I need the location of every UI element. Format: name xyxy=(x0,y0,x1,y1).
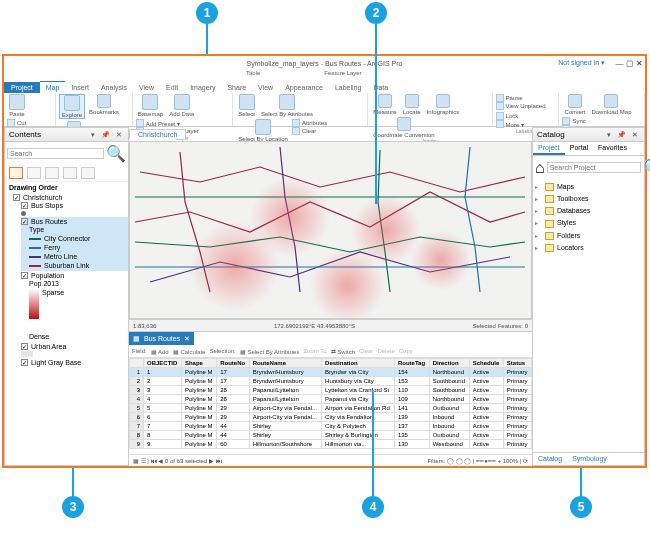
attribute-table-pane: ▦ Bus Routes ✕ Field: ▦ Add ▦ Calculate … xyxy=(129,331,532,466)
list-by-editing[interactable] xyxy=(63,167,77,179)
callout-1: 1 xyxy=(196,2,218,24)
route-city-connector: City Connector xyxy=(29,234,128,243)
layer-population: ✓Population Pop 2013 SparseDense xyxy=(21,271,128,342)
contents-search[interactable] xyxy=(7,148,104,159)
catalog-tab-favorites[interactable]: Favorites xyxy=(593,142,632,155)
catalog-styles: Styles xyxy=(535,217,642,229)
tab-view[interactable]: View xyxy=(133,82,160,93)
table-row[interactable]: 44Polyline M28Papanui/LytteltonPapanui v… xyxy=(130,395,532,404)
footer-symbology-tab[interactable]: Symbology xyxy=(567,453,612,465)
tab-analysis[interactable]: Analysis xyxy=(95,82,133,93)
ribbon-group-clipboard: Paste Cut Copy Copy Path Clipboard xyxy=(4,93,56,126)
table-row[interactable]: 33Polyline M28Papanui/LytteltonLyttelton… xyxy=(130,386,532,395)
ribbon: Paste Cut Copy Copy Path Clipboard Explo… xyxy=(4,93,645,127)
catalog-tab-project[interactable]: Project xyxy=(533,142,565,155)
contents-pane: Contents▾ 📌 ✕ 🔍 Drawing Order ✓Christchu… xyxy=(4,127,129,466)
map-status-bar: 1:83,636 172.6902192°E 43.4953880°S Sele… xyxy=(129,319,532,331)
list-by-source[interactable] xyxy=(27,167,41,179)
add-preset-button[interactable]: Add Preset ▾ xyxy=(136,119,199,127)
signin-link[interactable]: Not signed in ▾ xyxy=(558,59,605,67)
window-controls[interactable]: — ▢ ✕ xyxy=(616,59,643,68)
select-by-attr-button[interactable]: Select By Attributes xyxy=(259,94,315,117)
locate-button[interactable]: Locate xyxy=(401,94,423,115)
footer-catalog-tab[interactable]: Catalog xyxy=(533,453,567,465)
catalog-pane: Catalog▾ 📌 ✕ Project Portal Favorites ⌂🔍… xyxy=(532,127,645,466)
attribute-table[interactable]: OBJECTIDShapeRouteNoRouteNameDestination… xyxy=(129,358,532,449)
drawing-order-label: Drawing Order xyxy=(5,182,128,193)
callout-line-2 xyxy=(375,24,377,204)
toc-tree[interactable]: ✓Christchurch ✓Bus Stops ✓Bus Routes Typ… xyxy=(5,193,128,465)
center-pane: Christchurch xyxy=(129,127,532,466)
tab-appearance[interactable]: Appearance xyxy=(279,82,329,93)
tbl-switch[interactable]: ⇄ Switch xyxy=(331,348,355,355)
window-title: Symbolize_map_layers - Bus Routes - ArcG… xyxy=(246,60,402,67)
ribbon-group-inquiry: Measure Locate Infographics Coordinate C… xyxy=(368,93,492,126)
map-scale[interactable]: 1:83,636 xyxy=(133,323,156,329)
callout-line-4 xyxy=(372,392,374,496)
home-icon[interactable]: ⌂ xyxy=(535,159,545,177)
select-button[interactable]: Select xyxy=(236,94,257,117)
tab-table-view[interactable]: View xyxy=(252,82,279,93)
basemap-button[interactable]: Basemap xyxy=(136,94,165,117)
map-view-tabs: Christchurch xyxy=(129,127,532,141)
catalog-tree[interactable]: Maps Toolboxes Databases Styles Folders … xyxy=(533,179,644,256)
tab-imagery[interactable]: Imagery xyxy=(184,82,221,93)
attributes-button[interactable]: Attributes xyxy=(292,119,327,127)
tab-share[interactable]: Share xyxy=(221,82,252,93)
paste-button[interactable]: Paste xyxy=(7,94,27,117)
download-map-button[interactable]: Download Map xyxy=(589,94,633,115)
field-calculate[interactable]: ▦ Calculate xyxy=(173,348,206,355)
tab-insert[interactable]: Insert xyxy=(65,82,95,93)
catalog-footer-tabs: Catalog Symbology xyxy=(533,452,644,465)
tab-edit[interactable]: Edit xyxy=(160,82,184,93)
layer-urban: ✓Urban Area xyxy=(21,342,128,358)
catalog-maps: Maps xyxy=(535,181,642,193)
tbl-sel-by-attr[interactable]: ▦ Select By Attributes xyxy=(240,348,300,355)
map-view[interactable] xyxy=(129,141,532,319)
catalog-tab-portal[interactable]: Portal xyxy=(565,142,593,155)
search-icon[interactable]: 🔍 xyxy=(106,144,126,163)
field-add[interactable]: ▦ Add xyxy=(151,348,169,355)
pane-controls[interactable]: ▾ 📌 ✕ xyxy=(91,131,124,139)
table-row[interactable]: 66Polyline M29Airport-City via Fendal...… xyxy=(130,413,532,422)
list-by-drawing-order[interactable] xyxy=(9,167,23,179)
table-row[interactable]: 77Polyline M44ShirleyCity & Polytech137I… xyxy=(130,422,532,431)
callout-5: 5 xyxy=(570,496,592,518)
list-by-snapping[interactable] xyxy=(81,167,95,179)
tbl-copy: Copy xyxy=(399,348,413,354)
ribbon-tabs: Project Map Insert Analysis View Edit Im… xyxy=(4,80,645,93)
search-icon[interactable]: 🔍 xyxy=(643,158,650,177)
callout-2: 2 xyxy=(365,2,387,24)
tab-labeling[interactable]: Labeling xyxy=(329,82,367,93)
table-footer: ▦ ☰ | ⏮ ◀ 0 of 63 selected ▶ ⏭ Filters: … xyxy=(129,454,532,466)
explore-button[interactable]: Explore xyxy=(59,94,85,119)
callout-4: 4 xyxy=(362,496,384,518)
tab-map[interactable]: Map xyxy=(40,81,66,93)
tab-project[interactable]: Project xyxy=(4,82,40,93)
map-frame: ✓Christchurch ✓Bus Stops ✓Bus Routes Typ… xyxy=(13,193,128,368)
catalog-controls[interactable]: ▾ 📌 ✕ xyxy=(607,131,640,139)
work-area: Contents▾ 📌 ✕ 🔍 Drawing Order ✓Christchu… xyxy=(4,127,645,466)
cut-button[interactable]: Cut xyxy=(7,119,45,127)
table-row[interactable]: 55Polyline M29Airport-City via Fendal...… xyxy=(130,404,532,413)
table-tab[interactable]: ▦ Bus Routes ✕ xyxy=(129,332,194,345)
table-row[interactable]: 99Polyline M60Hillmorton/SouthshoreHillm… xyxy=(130,440,532,449)
table-row[interactable]: 88Polyline M44ShirleyShirley & Burlingto… xyxy=(130,431,532,440)
catalog-search[interactable] xyxy=(547,162,641,173)
layer-basemap: ✓Light Gray Base xyxy=(21,358,128,367)
bookmarks-button[interactable]: Bookmarks xyxy=(87,94,121,115)
view-unplaced-button[interactable]: View Unplaced xyxy=(496,102,546,110)
sync-button[interactable]: Sync xyxy=(562,117,594,125)
pause-button[interactable]: Pause xyxy=(496,94,546,102)
table-row[interactable]: 11Polyline M17Bryndwr/HuntsburyBryndwr v… xyxy=(130,368,532,377)
tab-data[interactable]: Data xyxy=(367,82,394,93)
lock-button[interactable]: Lock xyxy=(496,112,524,120)
route-suburban: Suburban Link xyxy=(29,261,128,270)
map-view-tab[interactable]: Christchurch xyxy=(129,129,186,139)
add-data-button[interactable]: Add Data xyxy=(167,94,196,117)
infographics-button[interactable]: Infographics xyxy=(425,94,462,115)
convert-button[interactable]: Convert xyxy=(562,94,587,115)
table-row[interactable]: 22Polyline M17Bryndwr/HuntsburyHuntsbury… xyxy=(130,377,532,386)
list-by-selection[interactable] xyxy=(45,167,59,179)
catalog-databases: Databases xyxy=(535,205,642,217)
